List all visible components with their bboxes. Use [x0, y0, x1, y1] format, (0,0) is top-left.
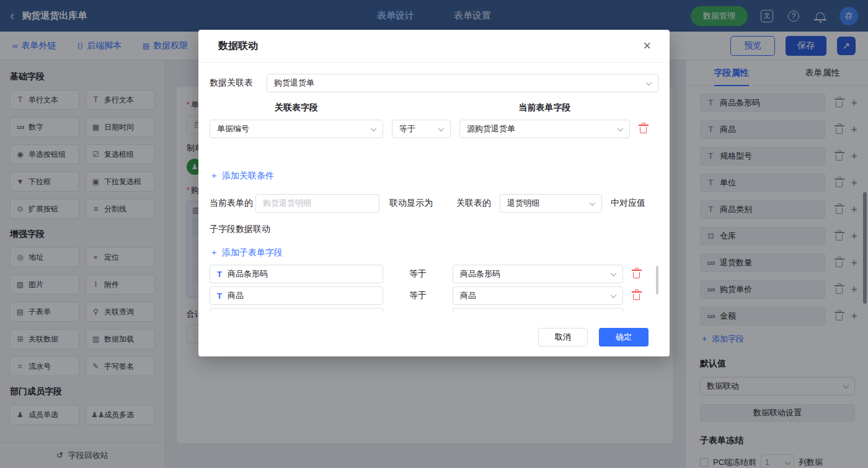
display-middle: 联动显示为: [389, 198, 433, 209]
chevron-down-icon: [646, 79, 652, 86]
chevron-down-icon: [371, 125, 377, 131]
subfield-value-select[interactable]: 商品条形码: [453, 265, 623, 283]
current-field-header: 当前表单字段: [459, 102, 630, 113]
text-field-icon: T: [217, 270, 222, 279]
related-table-label: 关联表的: [456, 198, 491, 209]
condition-target-select[interactable]: 源购货退货单: [459, 120, 630, 138]
plus-icon: ＋: [210, 170, 218, 182]
subfield-operator: 等于: [383, 290, 453, 301]
subfield-linkage-title: 子字段数据联动: [210, 224, 658, 235]
relation-table-select[interactable]: 购货退货单: [267, 74, 658, 92]
display-prefix: 当前表单的: [210, 198, 253, 209]
subfield-rows: T 商品条形码 等于 商品条形码 T 商品 等于 商品: [210, 265, 658, 312]
dialog-header: 数据联动 ×: [198, 30, 670, 63]
dialog-title: 数据联动: [218, 40, 258, 53]
subfield-value-select[interactable]: 商品: [453, 286, 623, 305]
chevron-down-icon: [590, 200, 596, 206]
delete-subfield-icon[interactable]: [633, 290, 640, 302]
condition-row: 单据编号 等于 源购货退货单: [210, 120, 658, 138]
delete-subfield-icon[interactable]: [633, 268, 640, 280]
cancel-button[interactable]: 取消: [538, 328, 588, 347]
subfield-row-partial: [210, 308, 658, 312]
subfield-value-select[interactable]: [453, 308, 623, 312]
subfield-chip-partial[interactable]: [210, 308, 383, 312]
chevron-down-icon: [611, 270, 617, 276]
subfield-chip-product[interactable]: T 商品: [210, 286, 383, 305]
data-linkage-dialog: 数据联动 × 数据关联表 购货退货单 关联表字段 当前表单字段 单据编号 等于: [198, 30, 670, 356]
related-subform-select[interactable]: 退货明细: [500, 194, 602, 213]
current-subform-input[interactable]: 购货退货明细: [255, 194, 379, 213]
relation-table-row: 数据关联表 购货退货单: [210, 74, 658, 92]
subfield-row-barcode: T 商品条形码 等于 商品条形码: [210, 265, 658, 283]
condition-operator-select[interactable]: 等于: [392, 120, 451, 138]
chevron-down-icon: [611, 292, 617, 298]
subfield-scrollbar-thumb[interactable]: [656, 266, 658, 294]
subfield-operator: 等于: [383, 268, 453, 280]
close-icon[interactable]: ×: [643, 39, 651, 53]
subfield-row-product: T 商品 等于 商品: [210, 286, 658, 305]
plus-icon: ＋: [210, 247, 218, 258]
chevron-down-icon: [438, 125, 445, 131]
related-field-header: 关联表字段: [210, 102, 383, 113]
text-field-icon: T: [217, 291, 222, 301]
dialog-body: 数据关联表 购货退货单 关联表字段 当前表单字段 单据编号 等于 源购货退货单: [198, 63, 670, 347]
subfield-chip-barcode[interactable]: T 商品条形码: [210, 265, 383, 283]
chevron-down-icon: [618, 125, 624, 131]
display-suffix: 中对应值: [611, 198, 645, 209]
display-config-row: 当前表单的 购货退货明细 联动显示为 关联表的 退货明细 中对应值: [210, 194, 658, 213]
dialog-footer: 取消 确定: [210, 312, 658, 347]
add-subfield-link[interactable]: ＋ 添加子表单字段: [210, 247, 658, 258]
condition-headers: 关联表字段 当前表单字段: [210, 102, 658, 113]
delete-condition-icon[interactable]: [640, 123, 647, 135]
confirm-button[interactable]: 确定: [599, 328, 649, 347]
condition-field-select[interactable]: 单据编号: [210, 120, 383, 138]
relation-table-label: 数据关联表: [210, 77, 253, 89]
add-condition-link[interactable]: ＋ 添加关联条件: [210, 170, 658, 182]
